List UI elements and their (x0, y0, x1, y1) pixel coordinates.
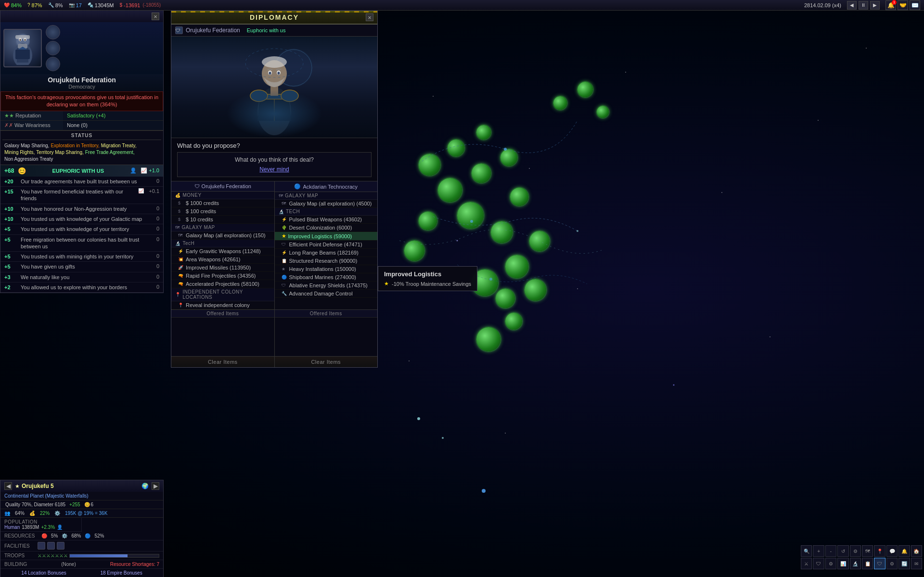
rel-text-2: You have honored our Non-Aggression trea… (21, 205, 147, 212)
diplomacy-faction-mood: Euphoric with us (247, 27, 286, 33)
tb-zoom-plus[interactable]: + (813, 545, 824, 557)
diplomacy-close-button[interactable]: × (366, 13, 373, 21)
tech-section-header-right: 🔬 TECH (275, 208, 378, 216)
faction-panel-close[interactable]: × (152, 13, 159, 20)
offer-accelerated[interactable]: 🔫 Accelerated Projectiles (58100) (171, 280, 274, 288)
left-clear-button[interactable]: Clear Items (171, 356, 274, 367)
nav-pause-button[interactable]: ⏸ (859, 1, 868, 10)
planet-cluster-5 (457, 202, 484, 229)
status-header: STATUS (2, 133, 161, 140)
rel-value-4: 0 (150, 226, 159, 231)
long-range-icon: ⚡ (282, 250, 287, 255)
offer-improved-missiles[interactable]: 🚀 Improved Missiles (113950) (171, 264, 274, 272)
happiness-face-icon: 😊 (84, 502, 90, 507)
their-efficient-pd[interactable]: 🛡 Efficient Point Defense (47471) (275, 241, 378, 249)
mood-value: +68 (4, 167, 14, 174)
health-stat: ❤️ 84% (4, 2, 22, 8)
svg-point-28 (278, 72, 280, 75)
tech-label-left: 🔬 TecH (175, 241, 270, 246)
fuel-icon: 🔧 (48, 2, 54, 8)
tb-pin[interactable]: 📍 (874, 545, 885, 557)
structured-research-label: Structured Research (90000) (289, 258, 374, 264)
colony-text: INDEPENDENT COLONY LOCATIONS (183, 289, 270, 300)
their-galaxy-label: Galaxy Map (all exploration) (4500) (289, 201, 374, 206)
planet-header: ◀ ★ Orujukefu 5 🌍 ▶ (0, 480, 163, 492)
nav-controls: ◀ ⏸ ▶ (847, 1, 880, 10)
toolbar-row-1: 🔍 + - ↺ ⚙ 🗺 📍 💬 🔔 🏠 (801, 545, 922, 557)
offer-galaxy-map[interactable]: 🗺 Galaxy Map (all exploration) (150) (171, 231, 274, 240)
toolbar-row-2: ⚔ 🛡 ⚙ 📊 🔬 📋 🛡 ⚙ 🔄 ✉ (801, 558, 922, 569)
right-clear-button[interactable]: Clear Items (275, 356, 378, 367)
tb-shield[interactable]: 🛡 (813, 558, 824, 569)
tb-zoom-in[interactable]: 🔍 (801, 545, 812, 557)
their-long-range[interactable]: ⚡ Long Range Beams (182169) (275, 249, 378, 257)
their-ablative-energy[interactable]: 🛡 Ablative Energy Shields (174375) (275, 282, 378, 290)
nav-back-button[interactable]: ◀ (847, 1, 857, 10)
alert-badge: 1 (892, 0, 897, 5)
tb-chart[interactable]: 📊 (837, 558, 848, 569)
offer-10-credits[interactable]: $ $ 10 credits (171, 216, 274, 224)
message-button[interactable]: ✉️ (910, 0, 920, 10)
offer-early-gravitic[interactable]: ⚡ Early Gravitic Weapons (11248) (171, 247, 274, 256)
their-improved-logistics[interactable]: ★ Improved Logistics (59000) (275, 232, 378, 241)
faction-avatar (3, 29, 42, 67)
their-heavy-installations[interactable]: ★ Heavy Installations (150000) (275, 265, 378, 273)
offer-rapid-fire[interactable]: 🔫 Rapid Fire Projectiles (34356) (171, 272, 274, 280)
alert-button[interactable]: 🔔 1 (886, 0, 896, 10)
their-shipboard-marines[interactable]: 🔵 Shipboard Marines (274000) (275, 273, 378, 282)
tb-rotate[interactable]: ↺ (837, 545, 848, 557)
svg-point-19 (281, 90, 298, 102)
planet-panel: ◀ ★ Orujukefu 5 🌍 ▶ Continental Planet (… (0, 480, 164, 577)
tb-research[interactable]: 🔬 (850, 558, 861, 569)
money-icon: 💰 (175, 193, 181, 198)
tb-extra-1[interactable]: ⚙ (886, 558, 898, 569)
their-pulsed-blast[interactable]: ⚡ Pulsed Blast Weapons (43602) (275, 216, 378, 224)
tb-extra-2[interactable]: 🔄 (898, 558, 910, 569)
troops-label: TROOPS (4, 553, 36, 558)
area-weapons-label: Area Weapons (42661) (186, 256, 270, 262)
tb-gear[interactable]: ⚙ (825, 558, 836, 569)
their-structured-research[interactable]: 📋 Structured Research (90000) (275, 257, 378, 265)
desert-icon: 🌵 (282, 225, 287, 230)
empire-bonuses[interactable]: 18 Empire Bonuses (100, 570, 142, 576)
tb-chat[interactable]: 💬 (886, 545, 898, 557)
planet-prev-button[interactable]: ◀ (4, 482, 12, 490)
rel-points-8: +3 (4, 274, 18, 280)
offer-1000-credits[interactable]: $ $ 1000 credits (171, 199, 274, 207)
diplomacy-quick-button[interactable]: 🤝 (898, 0, 908, 10)
tb-list[interactable]: 📋 (862, 558, 873, 569)
area-weapons-icon: 💥 (178, 257, 184, 262)
tb-home[interactable]: 🏠 (911, 545, 922, 557)
never-mind-button[interactable]: Never mind (259, 166, 289, 173)
damage-control-icon: 🔧 (282, 291, 287, 296)
location-bonuses[interactable]: 14 Location Bonuses (21, 570, 66, 576)
diplomacy-left-faction: 🛡 Orujukefu Federation (175, 183, 270, 189)
planet-troops: TROOPS ⚔⚔⚔⚔⚔⚔⚔ (0, 551, 163, 560)
diplo-faction-icon: 🛡 (175, 26, 183, 34)
offer-area-weapons[interactable]: 💥 Area Weapons (42661) (171, 256, 274, 264)
pop-pct-icon: 👥 (4, 511, 10, 516)
tb-map[interactable]: 🗺 (862, 545, 873, 557)
their-galaxy-map[interactable]: 🗺 Galaxy Map (all exploration) (4500) (275, 200, 378, 208)
war-weariness-value: None (0) (63, 120, 163, 130)
nav-forward-button[interactable]: ▶ (870, 1, 880, 10)
offer-100-credits[interactable]: $ $ 100 credits (171, 207, 274, 216)
tb-attack[interactable]: ⚔ (801, 558, 812, 569)
troop-section: ⚔⚔⚔⚔⚔⚔⚔ (38, 553, 159, 558)
their-desert-col[interactable]: 🌵 Desert Colonization (6000) (275, 224, 378, 232)
right-offered-content (275, 318, 378, 356)
res-icon-2: ⚙️ (62, 533, 67, 539)
their-advanced-damage[interactable]: 🔧 Advanced Damage Control (275, 290, 378, 298)
faction-mini-icon-2 (46, 41, 60, 55)
planet-next-button[interactable]: ▶ (152, 482, 159, 490)
tb-alert[interactable]: 🔔 (898, 545, 910, 557)
offer-reveal-colony[interactable]: 📍 Reveal independent colony (171, 301, 274, 309)
right-faction-icon: 🔵 (294, 183, 301, 190)
war-weariness-text: War Weariness (14, 122, 51, 128)
tb-settings-2[interactable]: ⚙ (850, 545, 861, 557)
tb-extra-3[interactable]: ✉ (911, 558, 922, 569)
tb-zoom-minus[interactable]: - (825, 545, 836, 557)
pop-pct: 64% (15, 511, 25, 516)
tb-shield-active[interactable]: 🛡 (874, 558, 885, 569)
rel-value-7: 0 (150, 263, 159, 269)
